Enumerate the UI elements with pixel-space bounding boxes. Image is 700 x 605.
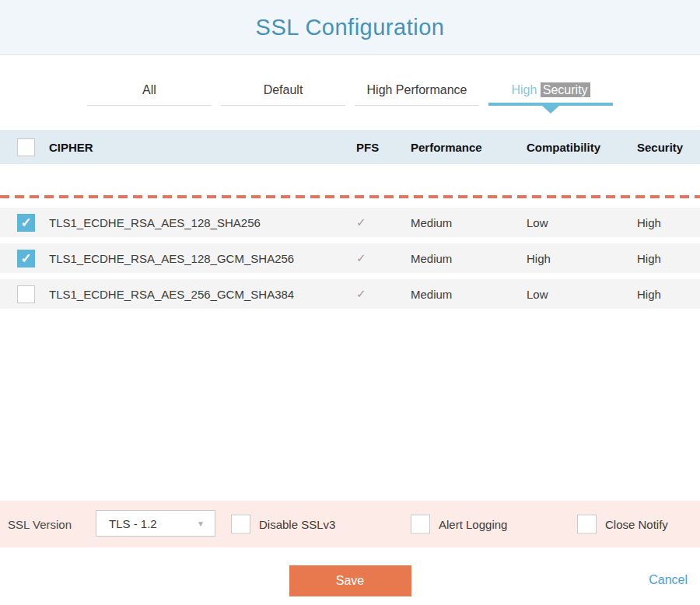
row-checkbox[interactable]: ✓ <box>17 285 35 303</box>
cipher-name: TLS1_ECDHE_RSA_AES_128_SHA256 <box>49 216 356 229</box>
ssl-version-dropdown[interactable]: TLS - 1.2 ▼ <box>96 510 215 537</box>
alert-logging-label: Alert Logging <box>439 518 507 531</box>
cipher-name: TLS1_ECDHE_RSA_AES_128_GCM_SHA256 <box>49 252 356 265</box>
alert-logging-checkbox[interactable] <box>411 515 430 534</box>
tab-bar: All Default High Performance High Securi… <box>0 83 700 106</box>
row-checkbox[interactable]: ✓ <box>17 214 35 232</box>
row-checkbox[interactable]: ✓ <box>17 250 35 268</box>
column-header-cipher: CIPHER <box>49 141 356 154</box>
close-notify-option: Close Notify <box>577 515 668 534</box>
cancel-button[interactable]: Cancel <box>649 573 688 587</box>
security-value: High <box>637 288 700 301</box>
tab-high-security[interactable]: High Security <box>488 83 613 106</box>
security-value: High <box>637 252 700 265</box>
column-header-performance: Performance <box>411 141 527 154</box>
disable-sslv3-checkbox[interactable] <box>231 515 250 534</box>
dialog-header: SSL Configuration <box>0 0 700 55</box>
pfs-check-icon: ✓ <box>356 287 366 300</box>
ssl-options-bar: SSL Version TLS - 1.2 ▼ Disable SSLv3 Al… <box>0 501 700 547</box>
close-notify-checkbox[interactable] <box>577 515 597 534</box>
compatibility-value: High <box>527 252 637 265</box>
close-notify-label: Close Notify <box>605 518 668 531</box>
save-button[interactable]: Save <box>289 565 411 596</box>
performance-value: Medium <box>411 216 527 229</box>
compatibility-value: Low <box>527 288 637 301</box>
table-row[interactable]: ✓ TLS1_ECDHE_RSA_AES_128_SHA256 ✓ Medium… <box>0 208 700 237</box>
chevron-down-icon: ▼ <box>197 519 205 528</box>
ssl-version-label: SSL Version <box>8 518 72 531</box>
table-header-row: ✓ CIPHER PFS Performance Compatibility S… <box>0 130 700 164</box>
performance-value: Medium <box>411 288 527 301</box>
dashed-separator <box>0 195 700 198</box>
tab-high-performance[interactable]: High Performance <box>355 83 479 106</box>
checkmark-icon: ✓ <box>20 250 31 267</box>
checkmark-icon: ✓ <box>20 215 31 231</box>
cipher-table-body: ✓ TLS1_ECDHE_RSA_AES_128_SHA256 ✓ Medium… <box>0 208 700 309</box>
select-all-checkbox[interactable]: ✓ <box>17 138 35 156</box>
pfs-check-icon: ✓ <box>356 251 366 264</box>
pfs-check-icon: ✓ <box>356 215 366 229</box>
security-value: High <box>637 216 700 229</box>
table-row[interactable]: ✓ TLS1_ECDHE_RSA_AES_128_GCM_SHA256 ✓ Me… <box>0 243 700 273</box>
column-header-compatibility: Compatibility <box>527 141 637 154</box>
performance-value: Medium <box>411 252 527 265</box>
action-bar: Save Cancel <box>0 547 700 604</box>
tab-label-selected-word: Security <box>541 82 590 97</box>
tab-default[interactable]: Default <box>221 83 345 106</box>
table-row[interactable]: ✓ TLS1_ECDHE_RSA_AES_256_GCM_SHA384 ✓ Me… <box>0 279 700 309</box>
column-header-pfs: PFS <box>356 141 411 154</box>
disable-sslv3-label: Disable SSLv3 <box>259 518 335 531</box>
tab-all[interactable]: All <box>87 83 212 106</box>
active-tab-pointer-icon <box>542 106 559 114</box>
compatibility-value: Low <box>527 216 637 229</box>
ssl-version-value: TLS - 1.2 <box>109 517 157 530</box>
tab-label-word: High <box>511 83 537 96</box>
disable-sslv3-option: Disable SSLv3 <box>231 515 335 534</box>
alert-logging-option: Alert Logging <box>411 515 507 534</box>
page-title: SSL Configuration <box>256 15 445 40</box>
column-header-security: Security <box>637 141 700 154</box>
cipher-name: TLS1_ECDHE_RSA_AES_256_GCM_SHA384 <box>49 288 356 301</box>
